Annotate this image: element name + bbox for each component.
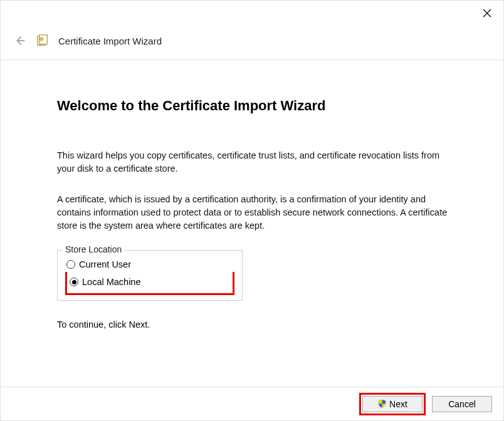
radio-current-user[interactable]: Current User: [65, 256, 234, 273]
cancel-button[interactable]: Cancel: [432, 396, 492, 412]
radio-selected-icon: [72, 280, 76, 284]
certificate-icon: [36, 34, 50, 48]
back-button[interactable]: [13, 34, 27, 48]
radio-label-local-machine: Local Machine: [82, 277, 141, 287]
highlight-next-button: Next: [359, 393, 426, 415]
svg-point-5: [39, 38, 43, 41]
wizard-title: Certificate Import Wizard: [58, 36, 162, 46]
next-button-label: Next: [389, 399, 407, 409]
continue-text: To continue, click Next.: [57, 320, 453, 330]
radio-icon: [70, 278, 78, 286]
shield-icon: [377, 399, 387, 408]
close-icon: [483, 9, 491, 18]
explain-text: A certificate, which is issued by a cert…: [57, 193, 453, 232]
radio-icon: [66, 260, 75, 269]
radio-label-current-user: Current User: [79, 259, 131, 269]
close-button[interactable]: [481, 7, 493, 19]
footer-bar: Next Cancel: [1, 387, 503, 420]
cancel-button-label: Cancel: [448, 399, 476, 409]
store-location-group: Store Location Current User Local Machin…: [57, 250, 243, 301]
highlight-local-machine: Local Machine: [65, 272, 234, 295]
group-legend: Store Location: [63, 244, 124, 254]
intro-text: This wizard helps you copy certificates,…: [57, 149, 453, 175]
arrow-left-icon: [13, 34, 27, 48]
page-heading: Welcome to the Certificate Import Wizard: [57, 98, 453, 114]
radio-local-machine[interactable]: Local Machine: [68, 273, 231, 291]
next-button[interactable]: Next: [362, 396, 423, 412]
